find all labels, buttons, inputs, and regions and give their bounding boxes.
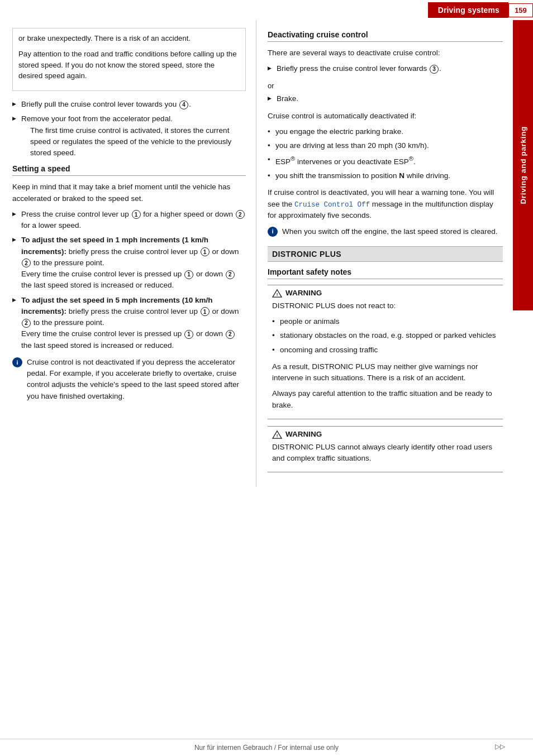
deactivating-intro: There are several ways to deactivate cru… (268, 47, 503, 59)
info-icon: i (12, 357, 22, 367)
dot-oncoming: oncoming and crossing traffic (272, 344, 498, 356)
circle-1d: 1 (201, 307, 210, 316)
circle-1e: 1 (184, 330, 193, 339)
page-header: Driving systems 159 (0, 0, 533, 20)
warning2-text: DISTRONIC PLUS cannot always clearly ide… (272, 442, 498, 465)
circle-1b: 1 (201, 247, 210, 256)
warning-block-1: ! WARNING DISTRONIC PLUS does not react … (268, 285, 503, 419)
bullet-adjust-1mph: To adjust the set speed in 1 mph increme… (12, 235, 246, 291)
deactivating-heading: Deactivating cruise control (268, 30, 503, 42)
warning1-result: As a result, DISTRONIC PLUS may neither … (272, 361, 498, 384)
bullet-press-forwards: Briefly press the cruise control lever f… (268, 63, 503, 74)
warning1-list: people or animals stationary obstacles o… (272, 316, 498, 356)
footer-arrow: ▷▷ (495, 743, 505, 750)
left-column: or brake unexpectedly. There is a risk o… (0, 20, 256, 487)
circle-2b: 2 (22, 259, 31, 267)
warning-title-1: ! WARNING (272, 289, 498, 298)
warning1-attention: Always pay careful attention to the traf… (272, 388, 498, 411)
warning-triangle-icon-1: ! (272, 289, 282, 298)
intro-block: or brake unexpectedly. There is a risk o… (12, 28, 246, 91)
warning-triangle-icon-2: ! (272, 430, 282, 439)
info-block-engine: i When you switch off the engine, the la… (268, 226, 503, 237)
bold-label-5mph: To adjust the set speed in 5 mph increme… (21, 296, 213, 315)
first-time-text: The first time cruise control is activat… (21, 125, 246, 159)
info-text-engine: When you switch off the engine, the last… (282, 226, 497, 237)
dot-people: people or animals (272, 316, 498, 327)
setting-speed-heading: Setting a speed (12, 164, 246, 176)
deactivating-bullets: Briefly press the cruise control lever f… (268, 63, 503, 74)
intro-bullets: Briefly pull the cruise control lever to… (12, 99, 246, 159)
warning-block-2: ! WARNING DISTRONIC PLUS cannot always c… (268, 426, 503, 473)
dot-esp: ESP® intervenes or you deactivate ESP®. (268, 154, 503, 168)
auto-deactivate-list: you engage the electric parking brake. y… (268, 126, 503, 182)
bold-label-1mph: To adjust the set speed in 1 mph increme… (21, 236, 208, 255)
sidebar-label-text: Driving and parking (519, 126, 527, 204)
footer-text: Nur für internen Gebrauch / For internal… (194, 744, 339, 752)
warning-title-2: ! WARNING (272, 430, 498, 439)
bullet-pull-lever: Briefly pull the cruise control lever to… (12, 99, 246, 110)
circle-3a: 3 (430, 65, 439, 74)
bullet-adjust-5mph: To adjust the set speed in 5 mph increme… (12, 295, 246, 351)
dot-speed-limit: you are driving at less than 20 mph (30 … (268, 140, 503, 151)
warning-label-2: WARNING (285, 430, 322, 438)
info-text-accelerator: Cruise control is not deactivated if you… (27, 357, 246, 402)
distronic-heading: DISTRONIC PLUS (268, 246, 503, 262)
warning1-intro: DISTRONIC PLUS does not react to: (272, 300, 498, 312)
dot-stationary: stationary obstacles on the road, e.g. s… (272, 330, 498, 341)
safety-notes-heading: Important safety notes (268, 267, 503, 279)
right-column: Deactivating cruise control There are se… (256, 20, 513, 487)
or-text: or (268, 80, 503, 92)
circle-2a: 2 (236, 210, 245, 219)
main-content: or brake unexpectedly. There is a risk o… (0, 20, 513, 487)
circle-1a: 1 (132, 210, 141, 219)
header-title-area: Driving systems 159 (428, 2, 533, 18)
cruise-control-off-text: Cruise Control Off (294, 201, 370, 209)
setting-speed-bullets: Press the cruise control lever up 1 for … (12, 209, 246, 351)
header-title: Driving systems (428, 2, 508, 18)
circle-2d: 2 (22, 319, 31, 328)
circle-2e: 2 (226, 330, 235, 339)
bullet-press-lever: Press the cruise control lever up 1 for … (12, 209, 246, 232)
auto-deactivate-intro: Cruise control is automatically deactiva… (268, 111, 503, 122)
dot-transmission: you shift the transmission to position N… (268, 170, 503, 181)
warning-tone-text: If cruise control is deactivated, you wi… (268, 187, 503, 221)
brake-bullet: Brake. (268, 93, 503, 104)
footer: Nur für internen Gebrauch / For internal… (0, 739, 533, 756)
circle-2c: 2 (226, 270, 235, 279)
info-icon-2: i (268, 227, 278, 237)
circle-1c: 1 (184, 270, 193, 279)
intro-para2: Pay attention to the road and traffic co… (18, 49, 240, 82)
warning-label-1: WARNING (285, 289, 322, 297)
bullet-brake: Brake. (268, 93, 503, 104)
svg-text:!: ! (277, 292, 278, 297)
circle-4: 4 (179, 101, 188, 109)
right-sidebar: Driving and parking (513, 20, 533, 310)
svg-text:!: ! (277, 433, 278, 438)
setting-speed-intro: Keep in mind that it may take a brief mo… (12, 181, 246, 204)
intro-para1: or brake unexpectedly. There is a risk o… (18, 33, 240, 44)
bullet-remove-foot: Remove your foot from the accelerator pe… (12, 113, 246, 159)
dot-parking-brake: you engage the electric parking brake. (268, 126, 503, 137)
page-number: 159 (508, 3, 533, 17)
info-block-accelerator: i Cruise control is not deactivated if y… (12, 357, 246, 402)
